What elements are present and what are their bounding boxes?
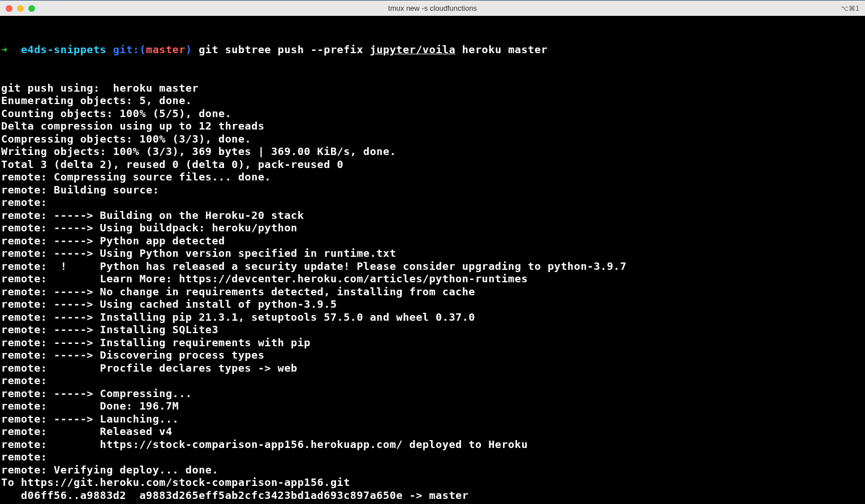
terminal-window: tmux new -s cloudfunctions ⌥⌘1 ➜ e4ds-sn… — [0, 0, 865, 504]
output-line: remote: https://stock-comparison-app156.… — [1, 438, 864, 451]
prompt-dir: e4ds-snippets — [21, 44, 106, 55]
git-label: git:( — [113, 44, 146, 55]
output-line: remote: -----> Installing requirements w… — [1, 337, 864, 350]
close-icon[interactable] — [6, 5, 12, 12]
terminal-content[interactable]: ➜ e4ds-snippets git:(master) git subtree… — [0, 16, 865, 504]
git-branch: master — [146, 44, 186, 55]
output-line: remote: -----> Building on the Heroku-20… — [1, 209, 864, 222]
output-line: remote: Released v4 — [1, 425, 864, 438]
output-line: remote: -----> Compressing... — [1, 387, 864, 400]
command-underline: jupyter/voila — [370, 44, 455, 55]
output-line: remote: Learn More: https://devcenter.he… — [1, 273, 864, 286]
output-line: remote: — [1, 451, 864, 464]
output-line: Delta compression using up to 12 threads — [1, 120, 864, 133]
output-line: remote: Compressing source files... done… — [1, 171, 864, 184]
output-line: remote: Done: 196.7M — [1, 400, 864, 413]
command-part1: git subtree push --prefix — [199, 44, 370, 55]
output-line: remote: ! Python has released a security… — [1, 260, 864, 273]
prompt-arrow: ➜ — [1, 44, 8, 55]
output-line: remote: Building source: — [1, 184, 864, 197]
output-line: git push using: heroku master — [1, 82, 864, 95]
output-line: Total 3 (delta 2), reused 0 (delta 0), p… — [1, 158, 864, 171]
output-line: remote: -----> Using buildpack: heroku/p… — [1, 222, 864, 235]
output-line: Writing objects: 100% (3/3), 369 bytes |… — [1, 145, 864, 158]
titlebar-shortcut: ⌥⌘1 — [841, 5, 859, 12]
output-line: remote: — [1, 196, 864, 209]
output-line: remote: -----> Installing SQLite3 — [1, 324, 864, 337]
maximize-icon[interactable] — [28, 5, 35, 12]
output-line: remote: — [1, 374, 864, 387]
output-line: Counting objects: 100% (5/5), done. — [1, 107, 864, 120]
output-line: remote: -----> No change in requirements… — [1, 286, 864, 299]
prompt-line-1: ➜ e4ds-snippets git:(master) git subtree… — [1, 44, 864, 57]
output-line: remote: -----> Using cached install of p… — [1, 298, 864, 311]
window-title: tmux new -s cloudfunctions — [388, 4, 477, 12]
traffic-lights — [6, 5, 35, 12]
output-line: remote: -----> Discovering process types — [1, 349, 864, 362]
window-titlebar: tmux new -s cloudfunctions ⌥⌘1 — [0, 0, 865, 16]
git-close: ) — [186, 44, 192, 55]
output-line: remote: -----> Installing pip 21.3.1, se… — [1, 311, 864, 324]
output-line: Compressing objects: 100% (3/3), done. — [1, 133, 864, 146]
output-line: remote: -----> Launching... — [1, 413, 864, 426]
output-line: To https://git.heroku.com/stock-comparis… — [1, 476, 864, 489]
minimize-icon[interactable] — [17, 5, 24, 12]
output-line: remote: -----> Python app detected — [1, 235, 864, 248]
output-line: Enumerating objects: 5, done. — [1, 94, 864, 107]
output-line: d06ff56..a9883d2 a9883d265eff5ab2cfc3423… — [1, 489, 864, 502]
command-part2: heroku master — [455, 44, 548, 55]
output-line: remote: Verifying deploy... done. — [1, 464, 864, 477]
output-line: remote: -----> Using Python version spec… — [1, 247, 864, 260]
terminal-output: git push using: heroku masterEnumerating… — [1, 82, 864, 502]
output-line: remote: Procfile declares types -> web — [1, 362, 864, 375]
